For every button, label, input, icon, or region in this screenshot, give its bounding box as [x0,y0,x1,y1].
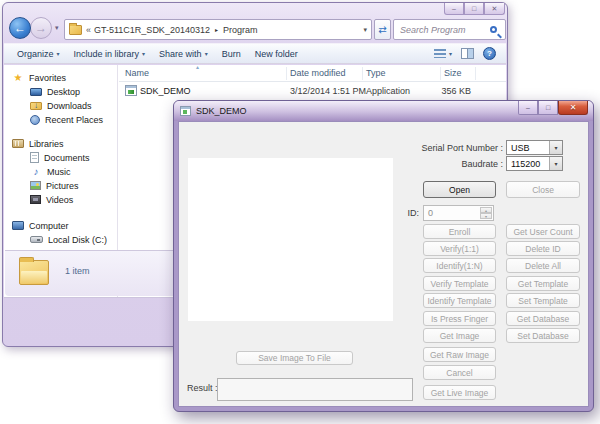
sidebar-label: Downloads [47,101,92,111]
sort-ascending-icon: ▴ [196,63,199,70]
computer-icon [12,221,24,230]
get-live-image-button[interactable]: Get Live Image [423,385,496,400]
column-header-type[interactable]: Type [366,68,386,78]
get-database-button[interactable]: Get Database [506,311,580,326]
refresh-button[interactable]: ⇄ [374,19,391,40]
burn-button[interactable]: Burn [215,44,248,63]
recent-places-icon [30,115,40,125]
set-database-button[interactable]: Set Database [506,328,580,343]
sidebar-label: Recent Places [45,115,103,125]
get-user-count-button[interactable]: Get User Count [506,224,580,239]
file-date-modified: 3/12/2014 1:51 PM [290,86,366,96]
sidebar-item-recent-places[interactable]: Recent Places [4,113,118,126]
cancel-button[interactable]: Cancel [423,365,496,380]
back-arrow-icon: ← [14,21,26,35]
sidebar-item-libraries[interactable]: Libraries [4,137,118,150]
share-with-button[interactable]: Share with▾ [152,44,215,63]
breadcrumb-folder[interactable]: GT-511C1R_SDK_20140312 [94,25,210,35]
get-image-button[interactable]: Get Image [423,328,496,343]
sidebar-item-pictures[interactable]: Pictures [4,179,118,192]
maximize-icon: □ [472,5,476,12]
dialog-minimize-button[interactable]: – [518,101,538,115]
sidebar-label: Libraries [29,139,64,149]
share-label: Share with [159,49,202,59]
sidebar-item-documents[interactable]: Documents [4,151,118,164]
delete-all-button[interactable]: Delete All [506,258,580,273]
save-image-to-file-button[interactable]: Save Image To File [236,351,353,365]
forward-button[interactable]: → [30,17,52,39]
file-size: 356 KB [411,86,471,96]
refresh-icon: ⇄ [378,24,386,35]
maximize-button[interactable]: □ [464,3,484,15]
set-template-button[interactable]: Set Template [506,293,580,308]
column-divider[interactable] [440,67,441,80]
breadcrumb-overflow[interactable]: « [86,25,91,35]
sidebar-item-local-disk-c[interactable]: Local Disk (C:) [4,233,118,246]
desktop-icon [30,88,42,96]
id-spinner[interactable]: 0 ▴ ▾ [423,205,494,221]
file-row[interactable]: SDK_DEMO 3/12/2014 1:51 PM Application 3… [119,84,506,98]
dialog-client-area: Serial Port Number : USB ▾ Baudrate : 11… [178,121,589,407]
chevron-down-icon[interactable]: ▾ [549,141,562,154]
address-dropdown-icon[interactable]: ▾ [363,26,367,34]
preview-pane-button[interactable] [461,48,474,59]
breadcrumb-current[interactable]: Program [223,25,258,35]
identify-template-button[interactable]: Identify Template [423,293,496,308]
close-icon: ✕ [570,103,577,112]
result-label: Result : [187,383,213,393]
dialog-title: SDK_DEMO [196,106,247,116]
nav-history-dropdown-icon[interactable]: ▾ [55,24,59,32]
verify-button[interactable]: Verify(1:1) [423,241,496,256]
address-bar[interactable]: « GT-511C1R_SDK_20140312 ▸ Program ▾ [64,19,372,40]
get-template-button[interactable]: Get Template [506,276,580,291]
column-header-name[interactable]: Name [125,68,149,78]
sidebar-label: Videos [46,195,73,205]
get-raw-image-button[interactable]: Get Raw Image [423,347,496,362]
help-button[interactable]: ? [483,47,496,60]
column-header-date-modified[interactable]: Date modified [290,68,346,78]
sidebar-item-favorites[interactable]: ★Favorites [4,71,118,84]
sdk-demo-dialog: SDK_DEMO – □ ✕ Serial Port Number : USB … [173,100,594,412]
column-divider[interactable] [286,67,287,80]
maximize-icon: □ [546,104,550,111]
back-button[interactable]: ← [9,17,31,39]
column-divider[interactable] [475,67,476,80]
column-divider[interactable] [362,67,363,80]
question-icon: ? [487,49,492,58]
spin-down-button[interactable]: ▾ [480,213,492,219]
sidebar-item-music[interactable]: ♪Music [4,165,118,178]
change-view-button[interactable]: ▾ [434,49,452,58]
organize-button[interactable]: Organize▾ [10,44,67,63]
verify-template-button[interactable]: Verify Template [423,276,496,291]
minimize-button[interactable]: – [444,3,464,15]
baudrate-select[interactable]: 115200 ▾ [506,156,563,171]
sidebar-item-desktop[interactable]: Desktop [4,85,118,98]
search-input[interactable] [394,24,490,36]
forward-arrow-icon: → [35,21,47,35]
sidebar-item-computer[interactable]: Computer [4,219,118,232]
open-button[interactable]: Open [423,181,496,198]
organize-label: Organize [17,49,54,59]
search-icon [490,26,497,33]
close-button[interactable]: ✕ [484,3,505,15]
chevron-down-icon[interactable]: ▾ [549,157,562,170]
delete-id-button[interactable]: Delete ID [506,241,580,256]
star-icon: ★ [12,72,24,83]
baudrate-label: Baudrate : [349,159,503,169]
include-label: Include in library [74,49,140,59]
identify-button[interactable]: Identify(1:N) [423,258,496,273]
column-header-size[interactable]: Size [444,68,462,78]
serial-port-select[interactable]: USB ▾ [506,140,563,155]
close-port-button[interactable]: Close [506,181,580,198]
minimize-icon: – [452,5,456,12]
include-in-library-button[interactable]: Include in library▾ [67,44,153,63]
sidebar-item-videos[interactable]: Videos [4,193,118,206]
sidebar-item-downloads[interactable]: Downloads [4,99,118,112]
dialog-maximize-button[interactable]: □ [538,101,558,115]
file-name: SDK_DEMO [140,86,191,96]
enroll-button[interactable]: Enroll [423,224,496,239]
file-type: Application [366,86,410,96]
new-folder-button[interactable]: New folder [248,44,305,63]
dialog-close-button[interactable]: ✕ [558,101,588,115]
is-press-finger-button[interactable]: Is Press Finger [423,311,496,326]
